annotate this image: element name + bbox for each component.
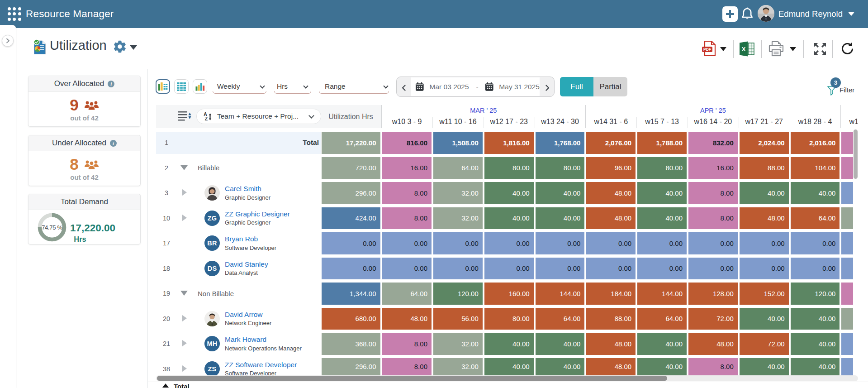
calendar-icon[interactable] (485, 82, 494, 91)
week-value-cell[interactable]: 40.00 (484, 333, 534, 355)
week-value-cell-partial[interactable] (841, 258, 853, 280)
avatar-initials[interactable]: MH (204, 336, 220, 351)
calendar-icon[interactable] (415, 82, 424, 91)
apps-grid-icon[interactable] (8, 7, 21, 21)
grouping-select[interactable]: A Z Team + Resource + Proj... (196, 109, 321, 124)
resource-name-link[interactable]: Carel Smith (225, 185, 261, 193)
week-value-cell[interactable]: 48.00 (688, 333, 738, 355)
week-value-cell[interactable]: 40.00 (740, 182, 789, 204)
week-value-cell[interactable]: 48.00 (740, 207, 789, 230)
end-date-value[interactable]: May 31 2025 (499, 83, 540, 91)
week-value-cell[interactable]: 40.00 (637, 207, 687, 230)
avatar-photo[interactable] (204, 311, 220, 326)
utilization-total-cell[interactable]: 0.00 (322, 232, 380, 254)
week-value-cell[interactable]: 0.00 (433, 258, 483, 280)
week-value-cell[interactable]: 56.00 (433, 308, 483, 330)
week-value-cell[interactable]: 48.00 (586, 207, 636, 230)
week-value-cell[interactable]: 8.00 (382, 182, 432, 204)
week-value-cell[interactable]: 0.00 (536, 258, 585, 280)
week-value-cell[interactable]: 0.00 (688, 258, 738, 280)
grid-view-button[interactable] (174, 79, 189, 94)
week-value-cell[interactable]: 88.00 (740, 157, 789, 179)
week-value-cell[interactable]: 32.00 (433, 182, 483, 204)
week-value-cell-partial[interactable] (841, 283, 853, 305)
range-caret-icon[interactable] (383, 83, 388, 88)
week-value-cell-partial[interactable] (841, 308, 853, 330)
week-value-cell[interactable]: 8.00 (688, 207, 738, 230)
week-value-cell[interactable]: 8.00 (382, 358, 432, 376)
utilization-total-cell[interactable]: 296.00 (322, 358, 380, 376)
info-icon[interactable]: i (108, 81, 114, 87)
next-week-chevron[interactable] (545, 85, 550, 93)
week-value-cell[interactable]: 72.00 (740, 333, 789, 355)
user-name[interactable]: Edmund Reynold (778, 0, 843, 28)
full-toggle-button[interactable]: Full (560, 77, 593, 96)
sort-rows-icon[interactable] (178, 110, 191, 123)
week-value-cell[interactable]: 48.00 (586, 182, 636, 204)
week-value-cell[interactable]: 88.00 (586, 308, 636, 330)
week-column-header[interactable]: w17 21 - 27 (739, 118, 790, 126)
group-row-label[interactable]: Billable (198, 164, 219, 172)
avatar-initials[interactable]: BR (204, 235, 220, 251)
week-value-cell[interactable]: 40.00 (484, 358, 534, 376)
week-value-cell-partial[interactable] (841, 232, 853, 254)
collapse-group-icon[interactable] (180, 165, 188, 170)
week-value-cell[interactable]: 184.00 (586, 283, 636, 305)
title-caret-down-icon[interactable] (130, 45, 137, 50)
interval-select[interactable]: Weekly (217, 82, 240, 91)
week-column-header[interactable]: w13 24 - 30 (535, 118, 586, 126)
chevron-down-icon[interactable] (848, 12, 854, 16)
week-value-cell[interactable]: 40.00 (536, 182, 585, 204)
avatar-initials[interactable]: DS (204, 261, 220, 276)
prev-week-chevron[interactable] (401, 85, 407, 93)
expand-row-icon[interactable] (182, 340, 187, 346)
week-value-cell-partial[interactable] (841, 157, 853, 179)
week-value-cell[interactable]: 120.00 (791, 283, 840, 305)
week-value-cell-partial[interactable] (841, 333, 853, 355)
week-value-cell[interactable]: 80.00 (536, 157, 585, 179)
utilization-total-cell[interactable]: 1,344.00 (322, 283, 380, 305)
week-value-cell[interactable]: 2,076.00 (586, 132, 636, 154)
week-column-header[interactable]: w10 3 - 9 (381, 118, 432, 126)
week-value-cell[interactable]: 40.00 (484, 182, 534, 204)
settings-gear-icon[interactable] (113, 39, 127, 56)
week-value-cell[interactable]: 152.00 (740, 283, 789, 305)
filter-label[interactable]: Filter (840, 86, 854, 94)
week-value-cell[interactable]: 48.00 (586, 358, 636, 376)
unit-caret-icon[interactable] (303, 83, 308, 88)
week-value-cell-partial[interactable] (841, 182, 853, 204)
excel-export-icon[interactable]: X (739, 41, 755, 58)
expand-row-icon[interactable] (182, 189, 187, 196)
week-value-cell[interactable]: 120.00 (433, 283, 483, 305)
expand-row-icon[interactable] (182, 215, 187, 221)
expand-sidebar-button[interactable] (2, 35, 14, 47)
avatar-initials[interactable]: ZS (204, 361, 220, 377)
resource-name-link[interactable]: Mark Howard (225, 335, 266, 344)
week-value-cell[interactable]: 40.00 (740, 308, 789, 330)
utilization-total-cell[interactable]: 680.00 (322, 308, 380, 330)
week-value-cell[interactable]: 0.00 (791, 232, 840, 254)
week-value-cell[interactable]: 64.00 (791, 207, 840, 230)
week-value-cell[interactable]: 40.00 (791, 333, 840, 355)
utilization-total-cell[interactable]: 368.00 (322, 333, 380, 355)
week-value-cell[interactable]: 1,816.00 (484, 132, 534, 154)
week-value-cell[interactable]: 64.00 (382, 283, 432, 305)
resource-name-link[interactable]: David Arrow (225, 311, 263, 319)
print-caret-down-icon[interactable] (790, 47, 796, 51)
utilization-total-cell[interactable]: 424.00 (322, 207, 380, 230)
week-column-header[interactable]: w19 (849, 118, 858, 126)
week-value-cell[interactable]: 0.00 (382, 232, 432, 254)
week-column-header[interactable]: w14 31 - 6 (585, 118, 636, 126)
week-value-cell[interactable]: 40.00 (791, 358, 840, 376)
resource-name-link[interactable]: ZZ Software Developer (225, 361, 297, 369)
utilization-total-cell[interactable]: 0.00 (322, 258, 380, 280)
week-value-cell[interactable]: 144.00 (637, 283, 687, 305)
week-column-header[interactable]: w16 14 - 20 (688, 118, 739, 126)
week-value-cell[interactable]: 1,768.00 (536, 132, 585, 154)
week-value-cell[interactable]: 160.00 (484, 283, 534, 305)
expand-row-icon[interactable] (182, 315, 187, 321)
week-value-cell[interactable]: 40.00 (637, 333, 687, 355)
vertical-scrollbar[interactable] (854, 129, 858, 179)
week-value-cell[interactable]: 0.00 (536, 232, 585, 254)
resource-name-link[interactable]: Bryan Rob (225, 235, 258, 243)
